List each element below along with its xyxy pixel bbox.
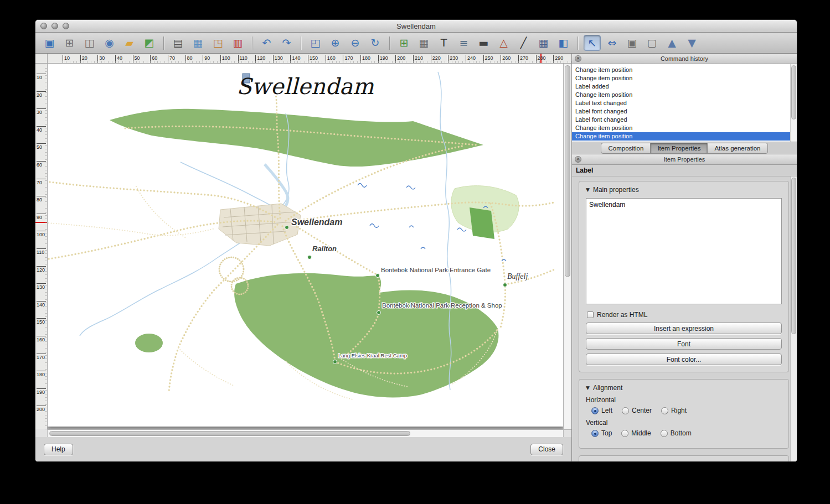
redo-button[interactable]: ↷	[278, 35, 295, 51]
font-color-button[interactable]: Font color...	[586, 354, 782, 365]
h-scroll-corner	[35, 429, 48, 437]
radio-top[interactable]: Top	[591, 429, 612, 437]
add-new-legend-button[interactable]: ≡	[455, 35, 472, 51]
zoom-in-button[interactable]: ⊕	[327, 35, 344, 51]
refresh-view-button[interactable]: ↻	[367, 35, 384, 51]
history-item[interactable]: Label added	[572, 82, 797, 91]
h-ruler-number: 40	[115, 55, 122, 63]
history-item[interactable]: Label font changed	[572, 107, 797, 116]
panel-close-icon[interactable]: ✕	[575, 55, 581, 62]
zoom-out-button[interactable]: ⊖	[347, 35, 364, 51]
save-project-button[interactable]: ▣	[41, 35, 58, 51]
v-ruler-number: 170	[37, 354, 46, 360]
radio-button-icon	[621, 430, 628, 437]
render-as-html-checkbox[interactable]	[587, 311, 594, 318]
save-as-template-button[interactable]: ◩	[141, 35, 158, 51]
h-ruler-number: 60	[150, 55, 157, 63]
map-park-area	[234, 273, 498, 398]
open-composition-button[interactable]: ▰	[121, 35, 138, 51]
font-button[interactable]: Font	[586, 338, 782, 350]
add-attribute-table-button[interactable]: ▦	[535, 35, 552, 51]
properties-scrollbar[interactable]	[790, 176, 797, 461]
history-item[interactable]: Change item position	[572, 124, 797, 132]
paper-page[interactable]: Swellendam Railton Bontebok National Par…	[48, 64, 563, 427]
map-item[interactable]: Swellendam Railton Bontebok National Par…	[48, 64, 563, 427]
export-as-pdf-button[interactable]: ▥	[229, 35, 246, 51]
composition-title-label[interactable]: Swellendam	[236, 74, 374, 99]
composition-manager-button[interactable]: ◉	[101, 35, 118, 51]
duplicate-composition-button[interactable]: ◫	[81, 35, 98, 51]
tab-atlas-generation[interactable]: Atlas generation	[707, 143, 767, 154]
canvas-horizontal-scrollbar-thumb[interactable]	[49, 431, 410, 436]
alignment-group-header[interactable]: ▼ Alignment	[586, 384, 782, 392]
group-items-button[interactable]: ▣	[623, 35, 641, 51]
history-item[interactable]: Label font changed	[572, 116, 797, 124]
add-new-scalebar-button[interactable]: ▬	[475, 35, 492, 51]
label-text-input[interactable]: Swellendam	[586, 198, 782, 304]
horizontal-ruler: 1020304050607080901001101201301401501601…	[48, 54, 571, 64]
close-window-button[interactable]	[40, 23, 47, 29]
main-properties-group-header[interactable]: ▼ Main properties	[586, 186, 782, 194]
canvas-row: 1020304050607080901001101201301401501601…	[35, 64, 571, 429]
undo-button[interactable]: ↶	[258, 35, 275, 51]
canvas-horizontal-scrollbar[interactable]	[48, 429, 563, 437]
zoom-window-button[interactable]	[63, 23, 69, 29]
composition-canvas[interactable]: Swellendam Railton Bontebok National Par…	[48, 64, 563, 429]
move-item-content-button[interactable]: ⇔	[604, 35, 621, 51]
export-as-svg-button[interactable]: ◳	[209, 35, 226, 51]
composition-manager-icon: ◉	[105, 38, 114, 48]
print-button[interactable]: ▤	[169, 35, 187, 51]
radio-left[interactable]: Left	[591, 407, 612, 414]
radio-center[interactable]: Center	[622, 407, 652, 414]
history-item[interactable]: Change item position	[572, 91, 797, 99]
close-button[interactable]: Close	[530, 444, 563, 455]
main-row: 1020304050607080901001101201301401501601…	[35, 54, 797, 461]
canvas-vertical-scrollbar[interactable]	[563, 64, 571, 429]
add-new-label-button[interactable]: T	[435, 35, 452, 51]
history-scrollbar-thumb[interactable]	[791, 65, 796, 119]
h-ruler-number: 120	[255, 55, 265, 63]
history-item[interactable]: Label text changed	[572, 99, 797, 107]
select-move-item-button[interactable]: ↖	[584, 35, 601, 51]
raise-selected-items-button[interactable]: ▲	[663, 35, 681, 51]
radio-middle[interactable]: Middle	[621, 429, 651, 437]
add-html-frame-button[interactable]: ◧	[555, 35, 572, 51]
vertical-label: Vertical	[586, 419, 782, 427]
v-ruler-number: 180	[37, 371, 46, 377]
help-button[interactable]: Help	[44, 444, 73, 455]
alignment-title: Alignment	[593, 384, 622, 392]
lower-selected-items-button[interactable]: ▼	[683, 35, 700, 51]
insert-expression-button[interactable]: Insert an expression	[586, 323, 782, 334]
canvas-vertical-scrollbar-thumb[interactable]	[565, 65, 570, 277]
display-group-header[interactable]: ▼ Display	[586, 460, 782, 461]
properties-scrollbar-thumb[interactable]	[791, 178, 796, 334]
panel-close-icon[interactable]: ✕	[575, 156, 581, 163]
render-as-html-row[interactable]: Render as HTML	[587, 311, 782, 319]
new-composition-button[interactable]: ⊞	[61, 35, 78, 51]
ruler-row: 1020304050607080901001101201301401501601…	[35, 54, 571, 64]
minimize-window-button[interactable]	[51, 23, 58, 29]
vertical-ruler: 1020304050607080901001101201301401501601…	[35, 64, 48, 429]
radio-bottom[interactable]: Bottom	[661, 429, 692, 437]
ungroup-items-button[interactable]: ▢	[643, 35, 661, 51]
window-titlebar[interactable]: Swellendam	[35, 20, 797, 33]
add-html-frame-icon: ◧	[559, 38, 569, 48]
refresh-view-icon: ↻	[371, 38, 380, 48]
add-image-button[interactable]: ▦	[415, 35, 432, 51]
history-item[interactable]: Change item position	[572, 74, 797, 82]
history-scrollbar[interactable]	[790, 64, 797, 142]
add-basic-shape-button[interactable]: △	[495, 35, 512, 51]
add-new-map-button[interactable]: ⊞	[395, 35, 413, 51]
zoom-full-extent-button[interactable]: ◰	[307, 35, 324, 51]
v-ruler-number: 160	[37, 336, 46, 342]
tab-composition[interactable]: Composition	[601, 143, 651, 154]
tab-item-properties[interactable]: Item Properties	[650, 143, 708, 154]
history-item[interactable]: Change item position	[572, 66, 797, 74]
add-arrow-button[interactable]: ╱	[515, 35, 532, 51]
composer-footer: Help Close	[35, 437, 571, 461]
export-as-image-button[interactable]: ▦	[189, 35, 207, 51]
h-ruler-number: 250	[483, 55, 493, 63]
radio-right[interactable]: Right	[661, 407, 687, 414]
history-item[interactable]: Change item position	[572, 132, 797, 141]
disclosure-triangle-icon: ▼	[586, 187, 590, 193]
